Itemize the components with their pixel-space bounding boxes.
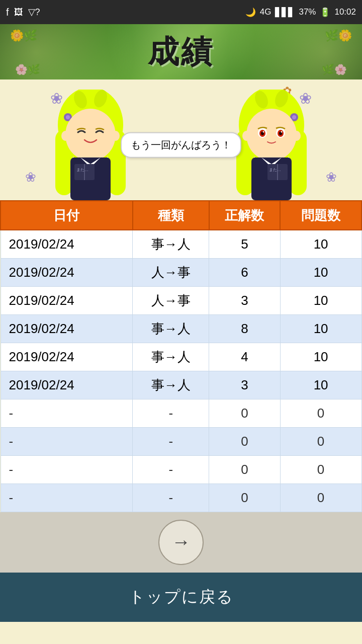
status-right: 🌙 4G ▋▋▋ 37% 🔋 10:02 [245, 7, 356, 18]
table-body: 2019/02/24事→人5102019/02/24人→事6102019/02/… [1, 230, 361, 512]
flower-left-bottom: 🌸🌿 [15, 63, 40, 75]
header-type: 種類 [133, 201, 209, 230]
moon-icon: 🌙 [245, 7, 256, 18]
cell-correct: 4 [209, 343, 281, 371]
svg-point-22 [246, 109, 297, 161]
table-row: 2019/02/24事→人810 [1, 314, 361, 343]
table-row: --00 [1, 484, 361, 512]
cell-correct: 3 [209, 286, 281, 314]
status-left: f 🖼 ▽? [6, 7, 40, 18]
svg-point-26 [263, 131, 264, 133]
gallery-icon: 🖼 [14, 7, 23, 18]
cell-date: - [1, 427, 133, 455]
flower-right-bottom: 🌿🌸 [322, 63, 347, 75]
table-header-row: 日付 種類 正解数 問題数 [1, 201, 361, 230]
cell-type: 事→人 [133, 371, 209, 399]
cell-correct: 6 [209, 258, 281, 286]
svg-point-36 [242, 131, 250, 141]
cell-correct: 0 [209, 427, 281, 455]
signal-bars-icon: ▋▋▋ [275, 7, 295, 18]
facebook-icon: f [6, 7, 9, 18]
flower-left-top: 🌼🌿 [10, 29, 37, 42]
character-area: ❀ ❀ ❀ ❀ ✿ ✿ また… [0, 79, 362, 200]
cell-correct: 3 [209, 371, 281, 399]
cell-type: - [133, 427, 209, 455]
back-to-top-button[interactable]: トップに戻る [129, 586, 234, 608]
cell-type: 事→人 [133, 343, 209, 371]
svg-text:また…: また… [76, 168, 88, 172]
cell-type: 人→事 [133, 286, 209, 314]
status-bar: f 🖼 ▽? 🌙 4G ▋▋▋ 37% 🔋 10:02 [0, 0, 362, 24]
cell-total: 10 [280, 314, 361, 343]
cell-correct: 0 [209, 484, 281, 512]
wifi-icon: ▽? [28, 7, 40, 18]
cell-correct: 0 [209, 455, 281, 484]
page-title: 成績 [148, 31, 214, 73]
table-row: --00 [1, 455, 361, 484]
cell-date: 2019/02/24 [1, 258, 133, 286]
table-row: 2019/02/24人→事310 [1, 286, 361, 314]
svg-text:また…: また… [269, 168, 281, 172]
svg-point-30 [281, 131, 283, 133]
next-arrow-button[interactable]: → [158, 520, 204, 565]
cell-type: 事→人 [133, 314, 209, 343]
cell-type: - [133, 399, 209, 427]
flower-right-top: 🌿🌼 [325, 29, 352, 42]
cell-total: 0 [280, 427, 361, 455]
svg-point-37 [293, 131, 301, 141]
header-date: 日付 [1, 201, 133, 230]
table-row: 2019/02/24事→人510 [1, 230, 361, 258]
clock: 10:02 [334, 7, 356, 17]
table-row: --00 [1, 427, 361, 455]
svg-point-14 [112, 131, 120, 141]
svg-point-21 [292, 115, 296, 119]
table-row: 2019/02/24事→人310 [1, 371, 361, 399]
svg-point-13 [61, 131, 69, 141]
svg-point-7 [65, 109, 116, 161]
signal-label: 4G [260, 7, 272, 17]
cell-date: 2019/02/24 [1, 371, 133, 399]
battery-label: 37% [299, 7, 316, 17]
cell-type: 人→事 [133, 258, 209, 286]
cell-total: 10 [280, 286, 361, 314]
cell-date: 2019/02/24 [1, 286, 133, 314]
nav-arrow-area[interactable]: → [0, 512, 362, 573]
cell-total: 10 [280, 258, 361, 286]
cell-type: - [133, 455, 209, 484]
header-correct: 正解数 [209, 201, 281, 230]
cell-correct: 0 [209, 399, 281, 427]
cell-type: 事→人 [133, 230, 209, 258]
cell-date: 2019/02/24 [1, 343, 133, 371]
cell-date: - [1, 484, 133, 512]
deco-flower-left-bottom: ❀ [25, 170, 36, 185]
arrow-right-icon: → [171, 531, 191, 553]
deco-flower-right-bottom: ❀ [326, 170, 337, 185]
cell-correct: 5 [209, 230, 281, 258]
cell-total: 0 [280, 484, 361, 512]
cell-total: 10 [280, 343, 361, 371]
speech-bubble: もう一回がんばろう！ [121, 132, 241, 158]
cell-date: - [1, 399, 133, 427]
battery-icon: 🔋 [320, 7, 330, 18]
cell-correct: 8 [209, 314, 281, 343]
cell-date: - [1, 455, 133, 484]
table-row: 2019/02/24事→人410 [1, 343, 361, 371]
cell-date: 2019/02/24 [1, 230, 133, 258]
cell-total: 0 [280, 399, 361, 427]
score-table: 日付 種類 正解数 問題数 2019/02/24事→人5102019/02/24… [0, 200, 362, 512]
bottom-bar: トップに戻る [0, 573, 362, 622]
header-banner: 🌼🌿 🌿🌼 🌸🌿 🌿🌸 成績 [0, 24, 362, 79]
header-total: 問題数 [280, 201, 361, 230]
table-row: 2019/02/24人→事610 [1, 258, 361, 286]
cell-total: 10 [280, 371, 361, 399]
cell-total: 0 [280, 455, 361, 484]
table-row: --00 [1, 399, 361, 427]
cell-type: - [133, 484, 209, 512]
cell-date: 2019/02/24 [1, 314, 133, 343]
svg-point-6 [66, 115, 70, 119]
cell-total: 10 [280, 230, 361, 258]
